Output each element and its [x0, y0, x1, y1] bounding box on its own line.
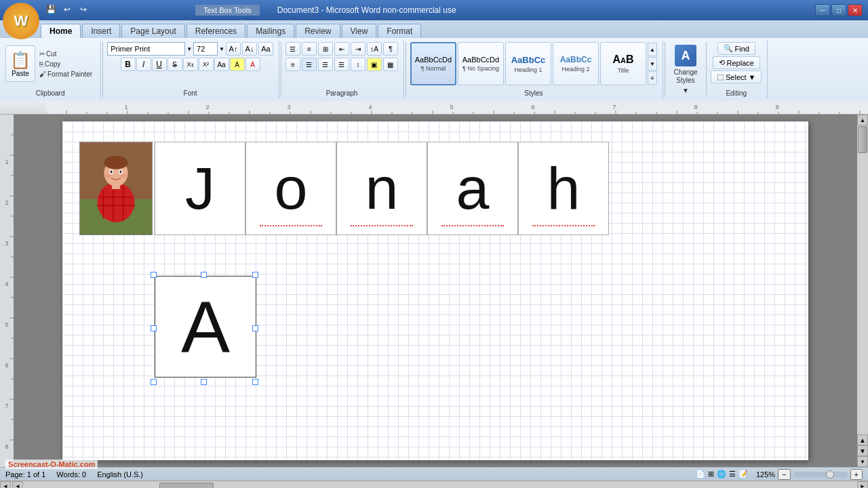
- letter-j: J: [185, 154, 215, 223]
- select-button[interactable]: ⬚ Select ▼: [711, 70, 762, 83]
- justify-button[interactable]: ☰: [334, 58, 349, 71]
- style-no-spacing[interactable]: AaBbCcDd ¶ No Spacing: [458, 42, 504, 85]
- font-shrink-button[interactable]: A↓: [242, 42, 257, 56]
- scroll-down-button[interactable]: ▼: [857, 456, 868, 467]
- hscroll-right-button[interactable]: ◄: [12, 481, 23, 489]
- text-box-a[interactable]: A: [155, 276, 256, 378]
- numbering-button[interactable]: ≡: [302, 42, 317, 56]
- sel-handle-mr[interactable]: [252, 325, 258, 331]
- save-qa-button[interactable]: 💾: [44, 3, 58, 16]
- clear-format-button[interactable]: Aa: [258, 42, 273, 56]
- svg-text:6: 6: [531, 104, 534, 110]
- zoom-out-button[interactable]: −: [778, 469, 790, 480]
- font-size-dropdown-icon[interactable]: ▼: [219, 46, 224, 52]
- zoom-level: 125%: [756, 470, 775, 479]
- undo-qa-button[interactable]: ↩: [60, 3, 74, 16]
- strikethrough-button[interactable]: S: [167, 58, 182, 71]
- view-draft-icon[interactable]: 📝: [738, 470, 748, 479]
- font-group-content: ▼ ▼ A↑ A↓ Aa B I U S X₂ X² Aa A A: [107, 42, 273, 85]
- font-grow-button[interactable]: A↑: [226, 42, 241, 56]
- doc-scroll-area[interactable]: J o n a h: [14, 115, 857, 467]
- style-heading1[interactable]: AaBbCc Heading 1: [505, 42, 551, 85]
- italic-button[interactable]: I: [136, 58, 151, 71]
- align-center-button[interactable]: ☰: [302, 58, 317, 71]
- sel-handle-bl[interactable]: [151, 379, 157, 385]
- styles-more[interactable]: ≡: [648, 71, 657, 85]
- tab-references[interactable]: References: [186, 24, 245, 38]
- style-normal[interactable]: AaBbCcDd ¶ Normal: [410, 42, 456, 85]
- shading-button[interactable]: ▣: [367, 58, 382, 71]
- tab-review[interactable]: Review: [296, 24, 340, 38]
- sel-handle-tr[interactable]: [252, 272, 258, 278]
- styles-scroll-down[interactable]: ▼: [648, 57, 657, 70]
- svg-text:9: 9: [775, 104, 778, 110]
- borders-button[interactable]: ▦: [383, 58, 398, 71]
- scroll-up-button[interactable]: ▲: [857, 115, 868, 125]
- view-web-icon[interactable]: 🌐: [717, 470, 726, 479]
- paste-icon: 📋: [10, 51, 31, 70]
- styles-scroll-up[interactable]: ▲: [648, 43, 657, 56]
- zoom-slider[interactable]: [793, 472, 848, 477]
- tab-insert[interactable]: Insert: [82, 24, 120, 38]
- hscroll-thumb[interactable]: [159, 483, 214, 489]
- subscript-button[interactable]: X₂: [183, 58, 198, 71]
- view-fullscreen-icon[interactable]: ⊞: [708, 470, 714, 479]
- font-name-dropdown-icon[interactable]: ▼: [186, 46, 192, 52]
- view-outline-icon[interactable]: ☰: [729, 470, 736, 479]
- replace-button[interactable]: ⟲ Replace: [713, 56, 760, 69]
- font-size-input[interactable]: [193, 42, 218, 56]
- language: English (U.S.): [97, 470, 143, 479]
- scroll-thumb[interactable]: [858, 126, 867, 153]
- close-button[interactable]: ✕: [848, 4, 863, 16]
- document-page: J o n a h: [62, 121, 808, 460]
- show-marks-button[interactable]: ¶: [383, 42, 398, 56]
- bold-button[interactable]: B: [121, 58, 136, 71]
- tab-home[interactable]: Home: [41, 24, 81, 38]
- tab-format[interactable]: Format: [378, 24, 421, 38]
- sel-handle-tm[interactable]: [201, 272, 207, 278]
- letter-a-name: a: [456, 154, 490, 223]
- line-spacing-button[interactable]: ↕: [351, 58, 366, 71]
- format-painter-button[interactable]: 🖌 Format Painter: [37, 70, 95, 79]
- sel-handle-ml[interactable]: [151, 325, 157, 331]
- bullets-button[interactable]: ☰: [285, 42, 300, 56]
- font-name-input[interactable]: [107, 42, 185, 56]
- tab-view[interactable]: View: [342, 24, 377, 38]
- tab-page-layout[interactable]: Page Layout: [121, 24, 184, 38]
- view-print-icon[interactable]: 📄: [696, 470, 705, 479]
- zoom-slider-thumb: [826, 470, 834, 479]
- find-button[interactable]: 🔍 Find: [717, 42, 755, 55]
- zoom-in-button[interactable]: +: [850, 469, 863, 480]
- sel-handle-tl[interactable]: [151, 272, 157, 278]
- text-case-button[interactable]: Aa: [214, 58, 229, 71]
- sel-handle-bm[interactable]: [201, 379, 207, 385]
- multilevel-button[interactable]: ⊞: [318, 42, 333, 56]
- minimize-button[interactable]: ─: [815, 4, 830, 16]
- underline-button[interactable]: U: [152, 58, 167, 71]
- sel-handle-br[interactable]: [252, 379, 258, 385]
- font-color-button[interactable]: A: [245, 58, 260, 71]
- sort-button[interactable]: ↕A: [367, 42, 382, 56]
- scroll-page-down[interactable]: ▼: [857, 445, 868, 456]
- change-styles-button[interactable]: A ChangeStyles ▼: [667, 41, 705, 98]
- align-left-button[interactable]: ≡: [285, 58, 300, 71]
- style-title[interactable]: AaB Title: [600, 42, 646, 85]
- hscroll-left-button[interactable]: ◄: [0, 481, 11, 489]
- redo-qa-button[interactable]: ↪: [77, 3, 90, 16]
- hscroll-right-end-button[interactable]: ►: [857, 481, 868, 489]
- increase-indent-button[interactable]: ⇥: [351, 42, 366, 56]
- tab-mailings[interactable]: Mailings: [247, 24, 294, 38]
- svg-text:4: 4: [368, 104, 372, 110]
- cut-button[interactable]: ✂ Cut: [37, 49, 95, 58]
- maximize-button[interactable]: □: [831, 4, 846, 16]
- scroll-page-up[interactable]: ▲: [857, 434, 868, 445]
- align-right-button[interactable]: ☰: [318, 58, 333, 71]
- style-h1-label: Heading 1: [514, 66, 542, 73]
- paste-button[interactable]: 📋 Paste: [5, 45, 35, 82]
- superscript-button[interactable]: X²: [199, 58, 214, 71]
- style-heading2[interactable]: AaBbCc Heading 2: [553, 42, 599, 85]
- copy-button[interactable]: ⎘ Copy: [37, 60, 95, 68]
- highlight-button[interactable]: A: [230, 58, 245, 71]
- decrease-indent-button[interactable]: ⇤: [334, 42, 349, 56]
- office-button[interactable]: W: [3, 3, 39, 39]
